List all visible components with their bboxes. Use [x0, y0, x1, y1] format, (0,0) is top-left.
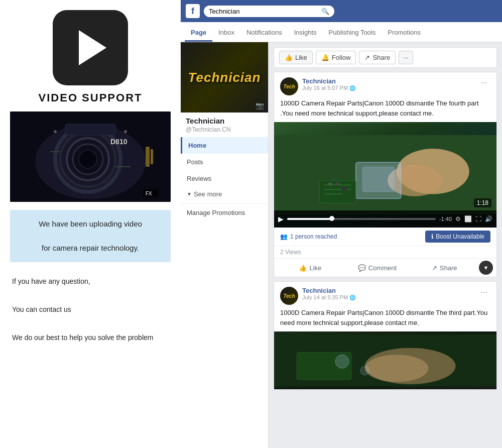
fb-content: Technician 📷 Technician @Technician.CN H…	[181, 42, 502, 448]
tab-insights[interactable]: Insights	[288, 25, 323, 42]
svg-text:D810: D810	[110, 138, 128, 146]
post1-views: 2 Views	[274, 246, 496, 259]
page-handle: @Technician.CN	[181, 126, 268, 137]
boost-unavailable-button[interactable]: ℹ Boost Unavailable	[425, 231, 490, 243]
post1-reach: 👥 1 person reached ℹ Boost Unavailable	[274, 228, 496, 246]
svg-rect-13	[146, 147, 150, 167]
post2-options-button[interactable]: ···	[478, 287, 490, 298]
blue-text-content: We have been uploading videofor camera r…	[39, 219, 142, 252]
post2-avatar: Tech	[280, 287, 298, 305]
globe-icon: 🌐	[349, 85, 355, 91]
fb-sidebar: Technician 📷 Technician @Technician.CN H…	[181, 42, 269, 448]
share-label: Share	[372, 54, 390, 61]
post1-like-button[interactable]: 👍 Like	[277, 261, 343, 275]
share-icon: ↗	[364, 54, 370, 61]
reach-icon: 👥	[280, 233, 288, 240]
globe-icon-2: 🌐	[349, 295, 355, 300]
like-page-button[interactable]: 👍 Like	[279, 51, 313, 64]
camera-image: D810 FX	[10, 111, 171, 202]
tab-notifications[interactable]: Notifications	[240, 25, 288, 42]
progress-dot	[329, 216, 334, 221]
tab-inbox[interactable]: Inbox	[212, 25, 240, 42]
post2-author[interactable]: Technician	[302, 287, 474, 294]
search-icon: 🔍	[321, 8, 329, 15]
follow-button[interactable]: 🔔 Follow	[316, 51, 356, 64]
search-input[interactable]	[209, 8, 318, 15]
reach-link[interactable]: 1 person reached	[290, 233, 337, 240]
like-label: Like	[295, 54, 307, 61]
sidebar-menu: Home Posts Reviews	[181, 137, 268, 187]
svg-rect-8	[65, 124, 115, 135]
left-panel: VIDEO SUPPORT D810	[0, 0, 181, 448]
post1-reaction-button[interactable]: ▼	[479, 261, 493, 275]
share-action-icon: ↗	[432, 264, 437, 272]
post2-text: 1000D Camera Repair Parts|Canon 1000D di…	[274, 308, 496, 331]
manage-promotions-link[interactable]: Manage Promotions	[181, 203, 268, 221]
video-support-title: VIDEO SUPPORT	[39, 91, 143, 104]
fb-logo-icon: f	[186, 4, 200, 18]
play-icon	[79, 30, 106, 65]
fb-search-bar[interactable]: 🔍	[204, 6, 334, 17]
progress-fill	[287, 218, 332, 220]
sidebar-item-reviews[interactable]: Reviews	[181, 170, 268, 187]
chevron-down-icon: ▼	[187, 191, 192, 197]
post-card-2: Tech Technician July 14 at 5:35 PM 🌐 ···…	[274, 281, 497, 390]
sidebar-item-home[interactable]: Home	[181, 137, 268, 154]
svg-point-34	[365, 355, 429, 382]
comment-action-label: Comment	[368, 264, 397, 272]
svg-point-35	[335, 355, 349, 368]
tab-page[interactable]: Page	[185, 25, 212, 42]
fb-action-bar: 👍 Like 🔔 Follow ↗ Share ···	[274, 47, 497, 68]
post1-extra: ▼	[478, 261, 493, 275]
settings-icon[interactable]: ⚙	[455, 215, 461, 222]
svg-rect-27	[328, 183, 332, 185]
page-cover-logo: Technician	[188, 70, 261, 85]
post1-time: July 16 at 5:07 PM 🌐	[302, 85, 474, 91]
post1-actions: 👍 Like 💬 Comment ↗ Share ▼	[274, 259, 496, 277]
tab-promotions[interactable]: Promotions	[382, 25, 427, 42]
post1-options-button[interactable]: ···	[478, 77, 490, 88]
see-more-label: See more	[194, 190, 222, 198]
reach-info: 👥 1 person reached	[280, 233, 337, 240]
video-timestamp: 1:18	[474, 198, 491, 207]
post1-author[interactable]: Technician	[302, 77, 474, 85]
more-options-button[interactable]: ···	[399, 51, 413, 64]
theater-icon[interactable]: ⬜	[464, 215, 472, 222]
bell-icon: 🔔	[321, 54, 329, 61]
play-button[interactable]: ▶	[278, 215, 284, 223]
tab-publishing-tools[interactable]: Publishing Tools	[323, 25, 382, 42]
post1-comment-button[interactable]: 💬 Comment	[344, 261, 411, 275]
sidebar-item-posts[interactable]: Posts	[181, 154, 268, 170]
svg-point-9	[54, 130, 57, 133]
blue-text-box: We have been uploading videofor camera r…	[10, 210, 171, 262]
share-action-label: Share	[440, 264, 457, 272]
fullscreen-icon[interactable]: ⛶	[475, 215, 481, 222]
video-progress-bar[interactable]	[287, 218, 436, 220]
thumbs-up-icon: 👍	[285, 54, 293, 61]
post-card-1: Tech Technician July 16 at 5:07 PM 🌐 ···…	[274, 72, 497, 277]
post1-video[interactable]: 1:18 ▶ -1:40 ⚙ ⬜ ⛶ 🔊	[274, 122, 496, 228]
share-page-button[interactable]: ↗ Share	[359, 51, 396, 64]
post1-text: 1000D Camera Repair Parts|Canon 1000D di…	[274, 98, 496, 122]
comment-icon: 💬	[358, 264, 366, 272]
page-name: Technician	[181, 113, 268, 126]
post1-share-button[interactable]: ↗ Share	[411, 261, 477, 275]
page-cover: Technician 📷	[181, 42, 268, 113]
fb-nav: Page Inbox Notifications Insights Publis…	[181, 22, 502, 42]
svg-rect-28	[335, 183, 339, 185]
svg-point-10	[124, 130, 127, 133]
follow-label: Follow	[332, 54, 351, 61]
post2-time: July 14 at 5:35 PM 🌐	[302, 294, 474, 300]
post2-video[interactable]	[274, 331, 496, 389]
svg-rect-29	[342, 187, 347, 190]
info-icon: ℹ	[431, 233, 434, 240]
post1-header: Tech Technician July 16 at 5:07 PM 🌐 ···	[274, 72, 496, 98]
see-more-button[interactable]: ▼ See more	[181, 187, 268, 201]
facebook-panel: f 🔍 Page Inbox Notifications Insights Pu…	[181, 0, 502, 448]
volume-icon[interactable]: 🔊	[485, 215, 492, 222]
plain-text-box: Technician If you have any question, You…	[10, 269, 171, 350]
svg-text:FX: FX	[146, 191, 152, 196]
thumbs-up-icon-small: 👍	[299, 264, 307, 272]
svg-rect-22	[362, 167, 394, 192]
time-remaining: -1:40	[439, 216, 452, 222]
